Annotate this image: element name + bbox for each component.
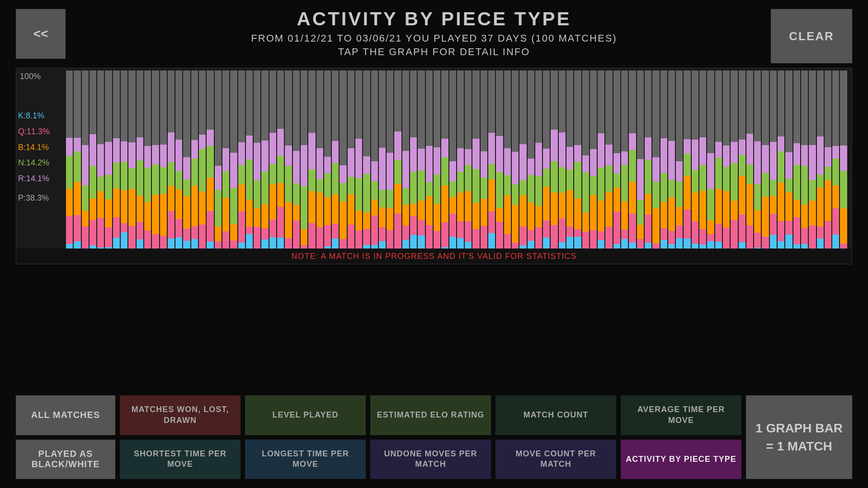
bar-group[interactable] [402, 70, 409, 262]
bar-group[interactable] [504, 70, 511, 262]
bar-group[interactable] [605, 70, 612, 262]
bar-group[interactable] [739, 70, 745, 262]
bar-group[interactable] [82, 70, 89, 262]
bar-group[interactable] [434, 70, 440, 262]
bar-group[interactable] [731, 70, 737, 262]
bar-group[interactable] [817, 70, 824, 262]
bar-group[interactable] [168, 70, 175, 262]
bar-group[interactable] [238, 70, 245, 262]
bar-group[interactable] [598, 70, 604, 262]
bar-group[interactable] [207, 70, 213, 262]
bar-group[interactable] [441, 70, 448, 262]
bar-group[interactable] [832, 70, 839, 262]
bar-group[interactable] [551, 70, 557, 262]
bar-group[interactable] [637, 70, 644, 262]
bar-group[interactable] [293, 70, 300, 262]
bar-group[interactable] [692, 70, 698, 262]
bar-group[interactable] [652, 70, 659, 262]
bar-group[interactable] [426, 70, 433, 262]
bar-group[interactable] [246, 70, 253, 262]
bar-group[interactable] [778, 70, 784, 262]
bar-group[interactable] [348, 70, 354, 262]
back-button[interactable]: << [16, 9, 66, 59]
bar-group[interactable] [707, 70, 714, 262]
bar-group[interactable] [754, 70, 761, 262]
bar-group[interactable] [590, 70, 597, 262]
bar-group[interactable] [191, 70, 198, 262]
bar-group[interactable] [496, 70, 503, 262]
bar-group[interactable] [121, 70, 127, 262]
bar-group[interactable] [762, 70, 769, 262]
longest-time-button[interactable]: LONGEST TIME PER MOVE [245, 440, 366, 479]
played-as-button[interactable]: PLAYED AS BLACK/WHITE [16, 440, 115, 479]
bar-group[interactable] [793, 70, 800, 262]
bar-group[interactable] [215, 70, 222, 262]
bar-group[interactable] [621, 70, 628, 262]
bar-group[interactable] [379, 70, 386, 262]
bar-group[interactable] [418, 70, 425, 262]
bar-group[interactable] [528, 70, 534, 262]
bar-group[interactable] [465, 70, 472, 262]
bar-group[interactable] [175, 70, 182, 262]
bar-group[interactable] [559, 70, 566, 262]
bar-group[interactable] [840, 70, 847, 262]
all-matches-button[interactable]: ALL MATCHES [16, 395, 115, 435]
bar-group[interactable] [746, 70, 753, 262]
bar-group[interactable] [472, 70, 479, 262]
bar-group[interactable] [277, 70, 284, 262]
clear-button[interactable]: CLEAR [771, 9, 852, 63]
matches-won-button[interactable]: MATCHES WON, LOST, DRAWN [120, 395, 241, 435]
bar-group[interactable] [160, 70, 167, 262]
bar-group[interactable] [230, 70, 237, 262]
activity-piece-button[interactable]: ACTIVITY BY PIECE TYPE [621, 440, 741, 479]
bar-group[interactable] [144, 70, 151, 262]
bar-group[interactable] [723, 70, 730, 262]
bar-group[interactable] [90, 70, 96, 262]
bar-group[interactable] [457, 70, 464, 262]
bar-group[interactable] [449, 70, 456, 262]
bar-group[interactable] [301, 70, 307, 262]
bar-group[interactable] [152, 70, 159, 262]
bar-group[interactable] [285, 70, 292, 262]
bar-group[interactable] [128, 70, 135, 262]
bar-group[interactable] [566, 70, 573, 262]
bar-group[interactable] [340, 70, 346, 262]
bar-group[interactable] [582, 70, 589, 262]
bar-group[interactable] [66, 70, 73, 262]
bar-group[interactable] [316, 70, 323, 262]
bar-group[interactable] [97, 70, 104, 262]
bar-group[interactable] [660, 70, 667, 262]
average-time-button[interactable]: AVERAGE TIME PER MOVE [621, 395, 741, 435]
bar-group[interactable] [488, 70, 495, 262]
bar-group[interactable] [715, 70, 722, 262]
bar-group[interactable] [684, 70, 690, 262]
bar-group[interactable] [770, 70, 777, 262]
shortest-time-button[interactable]: SHORTEST TIME PER MOVE [120, 440, 241, 479]
bar-group[interactable] [308, 70, 315, 262]
bar-group[interactable] [410, 70, 417, 262]
bar-group[interactable] [113, 70, 120, 262]
bar-group[interactable] [629, 70, 636, 262]
bar-group[interactable] [355, 70, 362, 262]
bar-group[interactable] [785, 70, 792, 262]
bar-group[interactable] [809, 70, 816, 262]
bar-group[interactable] [574, 70, 581, 262]
bar-group[interactable] [105, 70, 112, 262]
bar-group[interactable] [199, 70, 206, 262]
move-count-button[interactable]: MOVE COUNT PER MATCH [495, 440, 616, 479]
bar-group[interactable] [332, 70, 339, 262]
bar-group[interactable] [481, 70, 487, 262]
bar-group[interactable] [222, 70, 229, 262]
bar-group[interactable] [394, 70, 401, 262]
bar-group[interactable] [324, 70, 331, 262]
bar-group[interactable] [668, 70, 675, 262]
bar-group[interactable] [137, 70, 143, 262]
bar-group[interactable] [519, 70, 526, 262]
bar-group[interactable] [676, 70, 683, 262]
bar-group[interactable] [387, 70, 393, 262]
bar-group[interactable] [699, 70, 706, 262]
chart-container[interactable]: 100% K:8.1% Q:11.3% B:14.1% N:14.2% R:14… [16, 68, 852, 264]
level-played-button[interactable]: LEVEL PLAYED [245, 395, 366, 435]
bar-group[interactable] [543, 70, 550, 262]
undone-moves-button[interactable]: UNDONE MOVES PER MATCH [370, 440, 491, 479]
